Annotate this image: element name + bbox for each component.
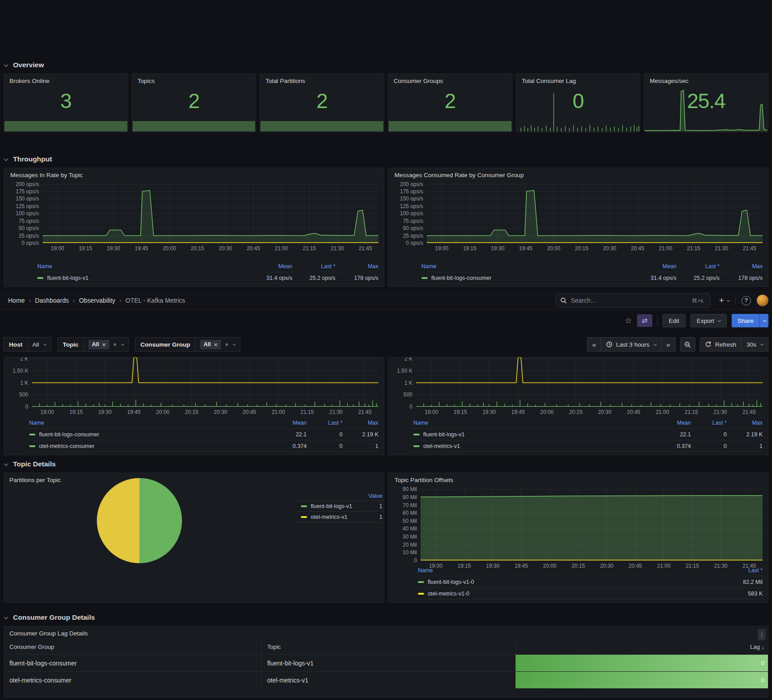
legend-col-last[interactable]: Last * xyxy=(292,263,335,270)
legend-col-name[interactable]: Name xyxy=(27,420,271,426)
legend-row[interactable]: otel-metrics-consumer 0.374 0 1 xyxy=(27,440,378,452)
legend-col-name[interactable]: Name xyxy=(35,263,249,270)
legend-col-mean[interactable]: Mean xyxy=(271,420,307,426)
legend-col-max[interactable]: Max xyxy=(335,263,378,270)
refresh-interval-button[interactable]: 30s xyxy=(741,338,768,351)
legend-col-value[interactable]: Value xyxy=(295,491,382,501)
export-label: Export xyxy=(697,317,714,324)
time-range-button[interactable]: Last 3 hours xyxy=(601,338,661,351)
legend-col-last[interactable]: Last * xyxy=(691,420,727,426)
section-header-overview[interactable]: Overview xyxy=(4,60,44,70)
time-shift-forward-button[interactable]: » xyxy=(661,338,675,351)
legend-col-mean[interactable]: Mean xyxy=(633,263,677,270)
legend-row[interactable]: fluent-bit-logs-consumer 22.1 0 2.19 K xyxy=(27,429,378,440)
breadcrumb-dashboards[interactable]: Dashboards xyxy=(35,297,69,304)
filter-value-dropdown[interactable]: All × × xyxy=(83,338,128,351)
share-button[interactable]: Share xyxy=(732,314,759,327)
pie-chart[interactable] xyxy=(95,477,183,565)
swap-arrows-button[interactable]: ⇄ xyxy=(637,314,652,327)
plot-area[interactable] xyxy=(43,182,378,243)
breadcrumb-observability[interactable]: Observability xyxy=(79,297,115,304)
search-input[interactable]: Search... ⌘+k xyxy=(555,293,710,308)
legend-row[interactable]: fluent-bit-logs-v1 31.4 ops/s 25.2 ops/s… xyxy=(35,272,378,284)
legend-col-mean[interactable]: Mean xyxy=(655,420,691,426)
overview-stats-row: Brokers Online 3 Topics 2 Total Partitio… xyxy=(4,74,768,132)
clear-filter-icon[interactable]: × xyxy=(225,341,229,348)
legend-col-name[interactable]: Name xyxy=(420,263,633,270)
edit-button[interactable]: Edit xyxy=(663,314,685,327)
legend-row[interactable]: fluent-bit-logs-v1-0 82.2 Mil xyxy=(416,576,763,588)
panel-title[interactable]: Messages Consumed Rate by Consumer Group xyxy=(393,168,763,182)
section-header-throughput[interactable]: Throughput xyxy=(4,154,52,164)
legend-row[interactable]: fluent-bit-logs-v1 22.1 0 2.19 K xyxy=(412,429,763,440)
legend-row[interactable]: otel-metrics-v1-0 583 K xyxy=(416,588,763,600)
new-button[interactable]: + xyxy=(719,296,729,305)
legend-col-max[interactable]: Max xyxy=(720,263,763,270)
clear-filter-icon[interactable]: × xyxy=(113,341,117,348)
filter-value-dropdown[interactable]: All × × xyxy=(195,338,240,351)
avatar[interactable] xyxy=(757,295,768,306)
legend-col-last[interactable]: Last * xyxy=(307,420,343,426)
filter-chip[interactable]: All × xyxy=(200,340,221,349)
legend-row[interactable]: otel-metrics-v1 1 xyxy=(295,512,382,522)
double-chevron-left-icon: « xyxy=(592,341,596,348)
panel-messages-consumed-rate: Messages Consumed Rate by Consumer Group… xyxy=(388,168,768,287)
legend-col-max[interactable]: Max xyxy=(343,420,378,426)
column-header-consumer-group[interactable]: Consumer Group xyxy=(4,639,261,654)
close-icon[interactable]: × xyxy=(102,341,106,348)
panel-title[interactable]: Messages In Rate by Topic xyxy=(9,168,378,182)
legend: Name Last * fluent-bit-logs-v1-0 82.2 Mi… xyxy=(416,565,763,600)
series-max: 2.19 K xyxy=(727,431,763,438)
stat-panel-messages-per-sec[interactable]: Messages/sec 25.4 xyxy=(644,74,768,132)
filter-value: All xyxy=(92,341,99,348)
panel-title[interactable]: Topic Partition Offsets xyxy=(393,473,763,487)
stat-panel-total-consumer-lag[interactable]: Total Consumer Lag 0 xyxy=(516,74,641,132)
legend-col-max[interactable]: Max xyxy=(727,420,763,426)
zoom-out-button[interactable] xyxy=(680,337,695,352)
panel-messages-in-rate: Messages In Rate by Topic 200 ops/s175 o… xyxy=(4,168,384,287)
stat-panel-total-partitions[interactable]: Total Partitions 2 xyxy=(260,74,384,132)
y-axis: 90 Mil80 Mil70 Mil60 Mil50 Mil40 Mil30 M… xyxy=(393,487,421,561)
stat-panel-brokers-online[interactable]: Brokers Online 3 xyxy=(4,74,128,132)
legend-col-last[interactable]: Last * xyxy=(677,263,720,270)
filter-value-dropdown[interactable]: All xyxy=(27,338,51,351)
column-header-lag[interactable]: Lag ↓ xyxy=(515,639,768,654)
legend-row[interactable]: fluent-bit-logs-v1 1 xyxy=(295,501,382,512)
stat-panel-consumer-groups[interactable]: Consumer Groups 2 xyxy=(388,74,512,132)
plot-area[interactable] xyxy=(416,357,763,407)
section-title: Topic Details xyxy=(13,460,56,468)
series-name: fluent-bit-logs-consumer xyxy=(39,431,99,438)
breadcrumb-home[interactable]: Home xyxy=(8,297,25,304)
help-button[interactable]: ? xyxy=(742,296,751,305)
section-header-topic-details[interactable]: Topic Details xyxy=(4,459,56,469)
refresh-button[interactable]: Refresh xyxy=(700,338,741,351)
export-button[interactable]: Export xyxy=(690,314,727,327)
column-header-topic[interactable]: Topic xyxy=(261,639,515,654)
section-header-consumer-group-details[interactable]: Consumer Group Details xyxy=(4,613,95,622)
plot-area[interactable] xyxy=(32,357,378,407)
legend-row[interactable]: fluent-bit-logs-consumer 31.4 ops/s 25.2… xyxy=(420,272,763,284)
plot-area[interactable] xyxy=(427,182,763,243)
y-axis: 2 K1.50 K1 K5000 xyxy=(393,357,416,407)
share-menu-button[interactable] xyxy=(759,314,768,327)
panel-menu-button[interactable]: ⋮ xyxy=(758,629,766,640)
series-last: 0 xyxy=(691,431,727,438)
plot-area[interactable] xyxy=(421,487,763,561)
close-icon[interactable]: × xyxy=(214,341,217,348)
time-shift-back-button[interactable]: « xyxy=(587,338,601,351)
divider xyxy=(657,316,658,325)
star-button[interactable]: ☆ xyxy=(625,316,632,326)
stat-panel-topics[interactable]: Topics 2 xyxy=(132,74,256,132)
legend-row[interactable]: otel-metrics-v1 0.374 0 1 xyxy=(412,440,763,452)
collapse-chevron-icon xyxy=(4,62,9,67)
panel-title[interactable]: Partitions per Topic xyxy=(4,473,384,486)
table-row[interactable]: otel-metrics-consumer otel-metrics-v1 0 xyxy=(4,671,768,688)
panel-title[interactable]: Consumer Group Lag Details xyxy=(4,626,768,639)
time-controls: « Last 3 hours » Refresh xyxy=(587,337,768,352)
legend-col-name[interactable]: Name xyxy=(412,420,655,426)
legend-col-mean[interactable]: Mean xyxy=(249,263,292,270)
search-icon xyxy=(560,297,567,304)
filter-chip[interactable]: All × xyxy=(88,340,109,349)
table-row[interactable]: fluent-bit-logs-consumer fluent-bit-logs… xyxy=(4,654,768,671)
dashboard-toolbar: ☆ ⇄ Edit Export Share xyxy=(625,310,768,331)
